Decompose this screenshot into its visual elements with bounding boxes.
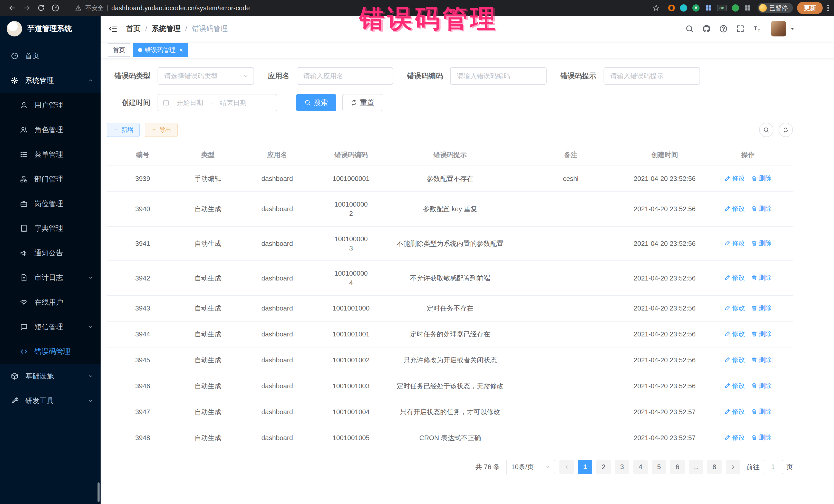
page-button[interactable]: 6 [670, 460, 685, 474]
sidebar-item-label: 在线用户 [35, 298, 63, 307]
address-bar[interactable]: 不安全 dashboard.yudao.iocoder.cn/system/er… [63, 4, 662, 12]
breadcrumb-item[interactable]: 首页 [126, 24, 140, 34]
delete-link[interactable]: 删除 [751, 407, 772, 416]
sidebar-scrollbar[interactable] [97, 482, 100, 502]
app-name-input[interactable] [297, 67, 393, 85]
tag-home[interactable]: 首页 [108, 43, 130, 57]
sidebar-item-dev-tool[interactable]: 研发工具 [0, 389, 101, 413]
page-button[interactable]: 4 [633, 460, 648, 474]
extension-icon[interactable] [732, 4, 739, 12]
edit-link[interactable]: 修改 [724, 433, 745, 442]
refresh-table-button[interactable] [778, 123, 793, 137]
error-hint-input[interactable] [603, 67, 700, 85]
delete-link[interactable]: 删除 [751, 381, 772, 390]
sidebar-item-menu-management[interactable]: 菜单管理 [0, 142, 101, 167]
reset-button[interactable]: 重置 [342, 94, 382, 111]
breadcrumb-item[interactable]: 系统管理 [152, 24, 181, 34]
puzzle-icon[interactable] [744, 4, 751, 12]
sidebar-item-user-management[interactable]: 用户管理 [0, 93, 101, 117]
end-date-input[interactable] [215, 99, 252, 107]
sidebar-item-audit-log[interactable]: 审计日志 [0, 265, 101, 290]
home-icon[interactable] [51, 4, 60, 12]
page-button[interactable]: 3 [615, 460, 629, 474]
edit-link[interactable]: 修改 [724, 329, 745, 338]
update-button[interactable]: 更新 [797, 2, 823, 14]
fullscreen-icon[interactable] [736, 24, 745, 33]
extension-badge[interactable]: on [717, 5, 727, 11]
goto-page-input[interactable] [763, 460, 783, 474]
search-icon[interactable] [685, 24, 694, 33]
paused-badge[interactable]: 已暂停 [758, 3, 793, 13]
edit-link[interactable]: 修改 [724, 355, 745, 364]
bookmark-star-icon[interactable] [652, 4, 660, 12]
avatar[interactable] [771, 21, 786, 37]
page-size-select[interactable]: 10条/页 [506, 460, 555, 474]
forward-icon[interactable] [23, 4, 31, 12]
delete-link[interactable]: 删除 [751, 174, 772, 183]
delete-link[interactable]: 删除 [751, 329, 772, 338]
sidebar-item-dept-management[interactable]: 部门管理 [0, 167, 101, 192]
delete-link[interactable]: 删除 [751, 273, 772, 282]
cell-operations: 修改删除 [703, 373, 793, 399]
edit-link[interactable]: 修改 [724, 303, 745, 312]
search-button[interactable]: 搜索 [296, 94, 336, 111]
edit-link[interactable]: 修改 [724, 273, 745, 282]
error-code-input[interactable] [450, 67, 547, 85]
reload-icon[interactable] [37, 4, 45, 12]
edit-link[interactable]: 修改 [724, 239, 745, 248]
start-date-input[interactable] [171, 99, 208, 107]
sidebar-item-post-management[interactable]: 岗位管理 [0, 192, 101, 216]
table-toolbar: 新增 导出 [107, 123, 793, 137]
delete-link[interactable]: 删除 [751, 433, 772, 442]
delete-link[interactable]: 删除 [751, 239, 772, 248]
cell-code: 100100000 3 [317, 226, 385, 261]
cell-operations: 修改删除 [703, 425, 793, 451]
delete-link[interactable]: 删除 [751, 355, 772, 364]
caret-down-icon[interactable] [789, 26, 795, 32]
sidebar-item-dict-management[interactable]: 字典管理 [0, 216, 101, 241]
edit-link[interactable]: 修改 [724, 174, 745, 183]
sidebar-item-label: 基础设施 [25, 371, 54, 381]
font-size-icon[interactable] [753, 24, 762, 33]
sidebar-item-notice[interactable]: 通知公告 [0, 241, 101, 265]
sidebar-item-infrastructure[interactable]: 基础设施 [0, 364, 101, 389]
page-button[interactable]: 2 [596, 460, 611, 474]
sidebar-item-home[interactable]: 首页 [0, 44, 101, 68]
delete-link[interactable]: 删除 [751, 303, 772, 312]
sidebar-item-error-code-management[interactable]: 错误码管理 [0, 339, 101, 364]
extension-icon[interactable]: V [692, 4, 700, 12]
export-button[interactable]: 导出 [145, 123, 178, 137]
page-button[interactable]: 5 [652, 460, 666, 474]
delete-link[interactable]: 删除 [751, 204, 772, 213]
extension-icon[interactable] [680, 4, 687, 12]
help-icon[interactable] [719, 24, 728, 33]
page-ellipsis[interactable]: ... [689, 460, 703, 474]
sidebar-toggle-icon[interactable] [108, 24, 117, 34]
extension-icon[interactable] [668, 5, 675, 11]
sidebar-item-role-management[interactable]: 角色管理 [0, 117, 101, 142]
add-button[interactable]: 新增 [107, 123, 139, 137]
github-icon[interactable] [702, 24, 711, 33]
extension-grid-icon[interactable] [705, 4, 712, 12]
error-type-input[interactable] [158, 67, 254, 85]
browser-menu-icon[interactable] [827, 5, 829, 11]
sidebar-item-sms-management[interactable]: 短信管理 [0, 314, 101, 339]
goto-page: 前往 页 [746, 460, 793, 474]
close-icon[interactable]: × [179, 47, 183, 53]
date-range-picker[interactable]: - [158, 94, 277, 111]
edit-link[interactable]: 修改 [724, 204, 745, 213]
logo-row[interactable]: 芋道管理系统 [0, 16, 101, 42]
tag-error-code[interactable]: 错误码管理 × [133, 43, 188, 57]
back-icon[interactable] [8, 4, 17, 12]
prev-page-button[interactable] [559, 460, 574, 474]
edit-link[interactable]: 修改 [724, 381, 745, 390]
next-page-button[interactable] [726, 460, 740, 474]
edit-link[interactable]: 修改 [724, 407, 745, 416]
sidebar-item-system-management[interactable]: 系统管理 [0, 68, 101, 93]
sidebar-item-online-user[interactable]: 在线用户 [0, 290, 101, 314]
page-button[interactable]: 1 [578, 460, 592, 474]
trash-icon [751, 240, 757, 246]
error-type-select[interactable] [158, 67, 254, 85]
toggle-search-button[interactable] [759, 123, 773, 137]
page-button[interactable]: 8 [707, 460, 722, 474]
